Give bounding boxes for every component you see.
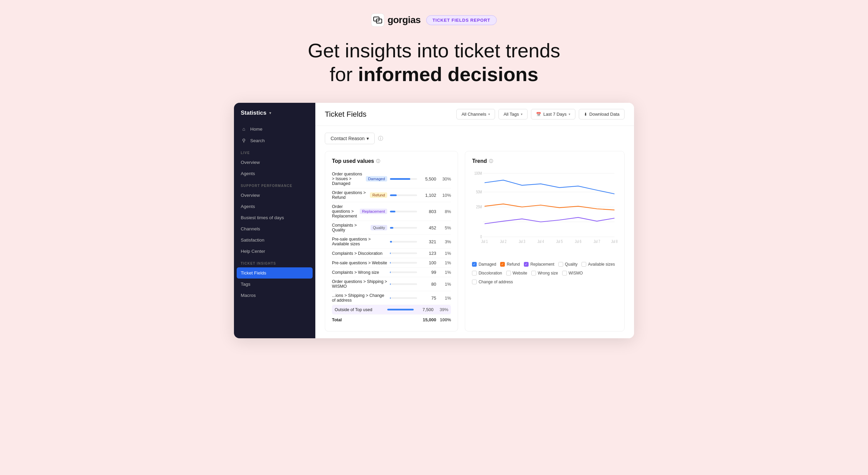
value-count: 1,102 — [420, 193, 436, 198]
legend-item-quality[interactable]: Quality — [558, 262, 577, 267]
sidebar-item-ticket-fields[interactable]: Ticket Fields — [237, 267, 313, 279]
legend-checkbox-discoloration[interactable] — [472, 271, 477, 276]
value-pct: 39% — [436, 307, 448, 312]
sidebar-item-agents-sp[interactable]: Agents — [234, 201, 315, 212]
legend-checkbox-wrong-size[interactable] — [531, 271, 536, 276]
svg-text:0: 0 — [480, 234, 482, 239]
field-selector-button[interactable]: Contact Reason ▾ — [325, 133, 375, 144]
bar-wrap — [390, 262, 417, 264]
legend-checkbox-quality[interactable] — [558, 262, 563, 267]
section-label-ticket-insights: TICKET INSIGHTS — [234, 257, 315, 267]
bar-wrap — [390, 241, 417, 243]
values-row: Total 15,000 100% — [332, 315, 451, 324]
sidebar-item-help-center[interactable]: Help Center — [234, 246, 315, 257]
logo-text: gorgias — [388, 15, 421, 25]
value-count: 5,500 — [420, 176, 436, 182]
values-row: Pre-sale questions > Available sizes 321… — [332, 235, 451, 249]
field-info-icon[interactable]: ⓘ — [378, 135, 383, 142]
value-pct: 100% — [439, 317, 451, 322]
values-row: Outside of Top used 7,500 39% — [332, 305, 451, 315]
top-used-info-icon[interactable]: ⓘ — [376, 158, 380, 164]
legend-item-change-address[interactable]: Change of address — [472, 280, 513, 284]
period-chevron-icon: ▾ — [569, 112, 570, 116]
bar-fill — [390, 271, 391, 273]
channels-filter-button[interactable]: All Channels ▾ — [456, 109, 495, 119]
svg-rect-0 — [371, 14, 384, 26]
sidebar-item-satisfaction[interactable]: Satisfaction — [234, 234, 315, 246]
sidebar-item-overview-sp[interactable]: Overview — [234, 190, 315, 201]
svg-text:Jul 8: Jul 8 — [611, 239, 617, 244]
field-selector-chevron-icon: ▾ — [367, 136, 369, 141]
legend-checkbox-replacement[interactable]: ✓ — [524, 262, 529, 267]
legend-item-website[interactable]: Website — [506, 271, 527, 276]
section-label-support-perf: SUPPORT PERFORMANCE — [234, 179, 315, 190]
sidebar-item-busiest-times[interactable]: Busiest times of days — [234, 212, 315, 223]
value-count: 123 — [420, 251, 436, 256]
tags-filter-button[interactable]: All Tags ▾ — [498, 109, 528, 119]
legend-label-refund: Refund — [507, 262, 520, 267]
value-pct: 30% — [439, 176, 451, 182]
legend-checkbox-wismo[interactable] — [562, 271, 567, 276]
sidebar-item-channels[interactable]: Channels — [234, 223, 315, 234]
channels-filter-label: All Channels — [461, 112, 486, 117]
legend-checkbox-change-address[interactable] — [472, 280, 477, 284]
sidebar-header[interactable]: Statistics ▾ — [234, 103, 315, 122]
svg-text:Jul 5: Jul 5 — [556, 239, 563, 244]
bar-fill — [390, 283, 391, 285]
legend-checkbox-available-sizes[interactable] — [581, 262, 586, 267]
svg-text:Jul 7: Jul 7 — [594, 239, 600, 244]
sidebar-item-agents-live[interactable]: Agents — [234, 168, 315, 179]
legend-item-replacement[interactable]: ✓ Replacement — [524, 262, 554, 267]
svg-text:25M: 25M — [476, 205, 482, 209]
legend-item-available-sizes[interactable]: Available sizes — [581, 262, 615, 267]
bar-fill — [390, 211, 395, 212]
bar-wrap — [390, 178, 417, 180]
topbar: Ticket Fields All Channels ▾ All Tags ▾ … — [315, 103, 634, 126]
value-label: Order questions > Issues > Damaged — [332, 172, 363, 186]
content-area: Contact Reason ▾ ⓘ Top used values ⓘ — [315, 126, 634, 338]
value-count: 7,500 — [417, 307, 433, 312]
period-filter-button[interactable]: 📅 Last 7 Days ▾ — [531, 109, 575, 119]
app-window: Statistics ▾ ⌂ Home ⚲ Search LIVE Overvi… — [234, 103, 634, 338]
sidebar-item-search[interactable]: ⚲ Search — [234, 135, 315, 146]
trend-info-icon[interactable]: ⓘ — [489, 158, 493, 164]
svg-text:Jul 3: Jul 3 — [519, 239, 525, 244]
value-pct: 5% — [439, 225, 451, 230]
download-button[interactable]: ⬇ Download Data — [579, 109, 625, 119]
legend-item-damaged[interactable]: ✓ Damaged — [472, 262, 496, 267]
bar-wrap — [390, 297, 417, 299]
home-icon: ⌂ — [241, 126, 247, 132]
hero-title: Get insights into ticket trends for info… — [308, 39, 560, 86]
bar-wrap — [390, 283, 417, 285]
legend-item-discoloration[interactable]: Discoloration — [472, 271, 502, 276]
legend-checkbox-website[interactable] — [506, 271, 511, 276]
legend-item-wrong-size[interactable]: Wrong size — [531, 271, 558, 276]
value-label: Total — [332, 318, 417, 322]
download-label: Download Data — [589, 112, 619, 117]
period-filter-label: Last 7 Days — [543, 112, 567, 117]
legend-item-wismo[interactable]: WISMO — [562, 271, 583, 276]
svg-text:Jul 1: Jul 1 — [481, 239, 488, 244]
sidebar-item-home[interactable]: ⌂ Home — [234, 123, 315, 135]
app-body: Statistics ▾ ⌂ Home ⚲ Search LIVE Overvi… — [234, 103, 634, 338]
values-row: ...ions > Shipping > Change of address 7… — [332, 291, 451, 305]
field-selector-label: Contact Reason — [331, 136, 364, 141]
values-row: Order questions > Shipping > WISMO 80 1% — [332, 277, 451, 291]
tags-filter-label: All Tags — [504, 112, 519, 117]
sidebar-item-macros[interactable]: Macros — [234, 290, 315, 301]
legend-checkbox-damaged[interactable]: ✓ — [472, 262, 477, 267]
value-tag: Damaged — [366, 176, 388, 182]
sidebar-item-overview-live[interactable]: Overview — [234, 157, 315, 168]
hero-section: Get insights into ticket trends for info… — [308, 39, 560, 86]
legend-item-refund[interactable]: ✓ Refund — [500, 262, 520, 267]
legend-label-available-sizes: Available sizes — [588, 262, 615, 267]
bar-fill — [390, 262, 391, 264]
values-table: Order questions > Issues > Damaged Damag… — [332, 170, 451, 324]
topbar-actions: All Channels ▾ All Tags ▾ 📅 Last 7 Days … — [456, 109, 625, 119]
sidebar-item-tags[interactable]: Tags — [234, 279, 315, 290]
report-badge: TICKET FIELDS REPORT — [426, 15, 497, 25]
bar-fill — [390, 297, 391, 299]
legend-checkbox-refund[interactable]: ✓ — [500, 262, 505, 267]
bar-fill — [390, 178, 410, 180]
value-count: 80 — [420, 282, 436, 287]
